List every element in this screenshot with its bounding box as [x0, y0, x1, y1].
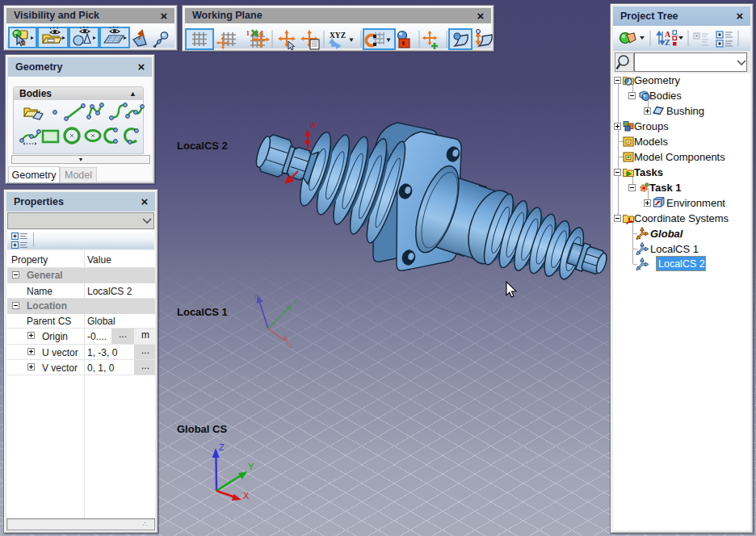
svg-text:u: u: [288, 341, 292, 350]
svg-text:Z: Z: [219, 442, 225, 452]
svg-text:X: X: [243, 491, 250, 500]
svg-text:Z: Z: [665, 38, 670, 47]
svg-text:w: w: [310, 119, 317, 129]
svg-text:v: v: [293, 296, 297, 305]
svg-text:Y: Y: [248, 462, 254, 471]
svg-text:w: w: [253, 291, 260, 300]
